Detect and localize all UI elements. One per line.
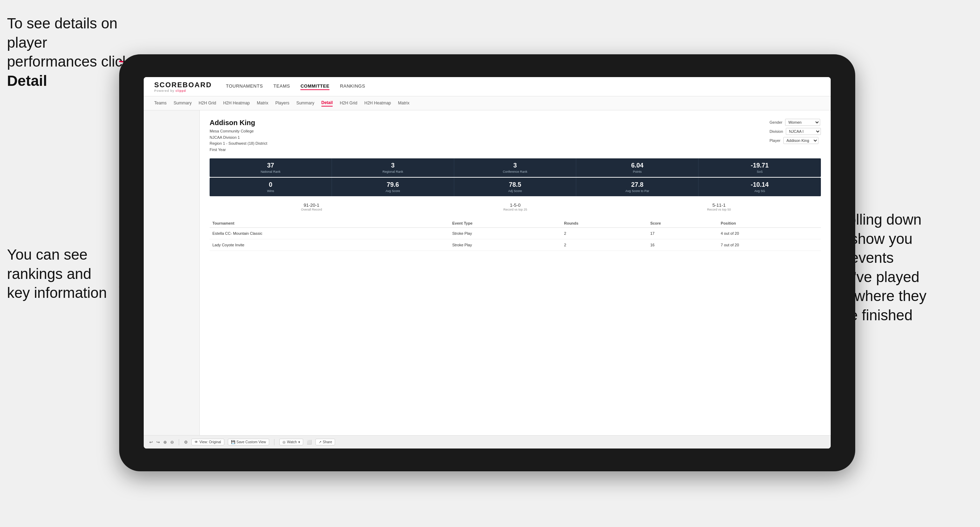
toolbar-separator: [179, 439, 179, 445]
sidebar: [144, 110, 200, 435]
save-custom-button[interactable]: 💾 Save Custom View: [228, 439, 269, 445]
stat-sos: -19.71 SoS: [698, 159, 821, 177]
watch-button[interactable]: ◎ Watch ▾: [279, 439, 303, 445]
col-event-type: Event Type: [449, 219, 561, 228]
subnav-h2h-heatmap2[interactable]: H2H Heatmap: [364, 100, 391, 106]
player-info: Addison King Mesa Community College NJCA…: [210, 119, 267, 153]
stats-row-2: 0 Wins 79.6 Avg Score 78.5 Adj Score 27.…: [210, 178, 821, 196]
tablet-screen: SCOREBOARD Powered by clippd TOURNAMENTS…: [144, 77, 831, 449]
player-controls: Gender Women Men Division NJCAA I NJCAA …: [769, 119, 821, 144]
player-header: Addison King Mesa Community College NJCA…: [210, 119, 821, 153]
subnav-detail[interactable]: Detail: [321, 100, 333, 106]
main-content: Addison King Mesa Community College NJCA…: [200, 110, 831, 435]
subnav-h2h-heatmap[interactable]: H2H Heatmap: [223, 100, 250, 106]
stat-avg-score-value: 79.6: [335, 181, 451, 189]
stat-avg-score: 79.6 Avg Score: [332, 178, 454, 196]
subnav-matrix[interactable]: Matrix: [257, 100, 269, 106]
stat-national-rank: 37 National Rank: [210, 159, 332, 177]
stat-sos-label: SoS: [702, 170, 818, 173]
stat-wins-value: 0: [212, 181, 329, 189]
stat-adj-score-value: 78.5: [457, 181, 573, 189]
player-select[interactable]: Addison King: [783, 137, 818, 144]
stat-wins-label: Wins: [212, 189, 329, 193]
row1-tournament: Estella CC- Mountain Classic: [210, 228, 449, 239]
nav-tournaments[interactable]: TOURNAMENTS: [226, 83, 263, 90]
row1-score: 17: [648, 228, 718, 239]
annotation-bl-3: key information: [7, 284, 107, 301]
division-select[interactable]: NJCAA I NJCAA II: [786, 128, 821, 135]
stat-avg-sg: -10.14 Avg SG: [698, 178, 821, 196]
chevron-down-icon: ▾: [298, 440, 300, 444]
division-control: Division NJCAA I NJCAA II: [769, 128, 821, 135]
subnav-h2h-grid[interactable]: H2H Grid: [199, 100, 216, 106]
stats-row-1: 37 National Rank 3 Regional Rank 3 Confe…: [210, 159, 821, 177]
gender-control: Gender Women Men: [769, 119, 820, 126]
annotation-bottom-left: You can see rankings and key information: [7, 245, 133, 303]
nav-committee[interactable]: COMMITTEE: [301, 83, 329, 90]
player-year: First Year: [210, 147, 267, 153]
undo-icon: ↩: [149, 440, 153, 444]
stat-adj-score-label: Adj Score: [457, 189, 573, 193]
logo-title: SCOREBOARD: [154, 81, 212, 89]
eye-icon: 👁: [194, 440, 198, 444]
gender-select[interactable]: Women Men: [785, 119, 820, 126]
table-header-row: Tournament Event Type Rounds Score Posit…: [210, 219, 821, 228]
annotation-detail-bold: Detail: [7, 73, 47, 89]
record-top25-value: 1-5-0: [415, 203, 616, 208]
row2-event-type: Stroke Play: [449, 239, 561, 251]
record-top50-label: Record vs top 50: [619, 208, 819, 211]
share-button[interactable]: ↗ Share: [315, 439, 336, 445]
subnav-teams[interactable]: Teams: [154, 100, 167, 106]
stat-national-rank-label: National Rank: [212, 170, 329, 173]
row1-event-type: Stroke Play: [449, 228, 561, 239]
toolbar-sep2: [274, 439, 274, 445]
stat-avg-par: 27.8 Avg Score to Par: [576, 178, 698, 196]
view-original-label: View: Original: [199, 440, 221, 444]
content-area: Addison King Mesa Community College NJCA…: [144, 110, 831, 435]
subnav-summary[interactable]: Summary: [173, 100, 191, 106]
share-icon: ↗: [318, 440, 321, 444]
redo-icon: ↪: [156, 440, 160, 444]
subnav-h2h-grid2[interactable]: H2H Grid: [340, 100, 357, 106]
player-control: Player Addison King: [769, 137, 818, 144]
nav-rankings[interactable]: RANKINGS: [340, 83, 365, 90]
player-division: NJCAA Division 1: [210, 135, 267, 141]
logo-area: SCOREBOARD Powered by clippd: [154, 81, 212, 92]
settings-icon: ⚙: [184, 440, 188, 444]
save-icon: 💾: [231, 440, 235, 444]
subnav-players[interactable]: Players: [275, 100, 289, 106]
col-rounds: Rounds: [561, 219, 648, 228]
subnav-matrix2[interactable]: Matrix: [398, 100, 410, 106]
subnav-summary2[interactable]: Summary: [296, 100, 314, 106]
top-nav: SCOREBOARD Powered by clippd TOURNAMENTS…: [144, 77, 831, 96]
tablet-frame: SCOREBOARD Powered by clippd TOURNAMENTS…: [119, 54, 855, 471]
stat-national-rank-value: 37: [212, 162, 329, 169]
annotation-bl-1: You can see: [7, 246, 88, 263]
stat-points: 6.04 Points: [576, 159, 698, 177]
stat-points-value: 6.04: [579, 162, 695, 169]
stat-sos-value: -19.71: [702, 162, 818, 169]
stat-points-label: Points: [579, 170, 695, 173]
save-custom-label: Save Custom View: [237, 440, 266, 444]
row2-score: 16: [648, 239, 718, 251]
screen-icon: ⬜: [307, 440, 312, 444]
main-nav: TOURNAMENTS TEAMS COMMITTEE RANKINGS: [226, 83, 365, 90]
view-original-button[interactable]: 👁 View: Original: [191, 439, 224, 445]
stat-avg-par-label: Avg Score to Par: [579, 189, 695, 193]
stat-wins: 0 Wins: [210, 178, 332, 196]
stat-avg-score-label: Avg Score: [335, 189, 451, 193]
col-tournament: Tournament: [210, 219, 449, 228]
share-label: Share: [323, 440, 332, 444]
zoom-in-icon: ⊕: [163, 440, 167, 444]
player-region: Region 1 - Southwest (18) District: [210, 141, 267, 147]
record-overall-label: Overall Record: [211, 208, 412, 211]
row2-rounds: 2: [561, 239, 648, 251]
stat-avg-par-value: 27.8: [579, 181, 695, 189]
watch-icon: ◎: [283, 440, 286, 444]
table-row: Estella CC- Mountain Classic Stroke Play…: [210, 228, 821, 239]
nav-teams[interactable]: TEAMS: [274, 83, 290, 90]
record-top25: 1-5-0 Record vs top 25: [413, 200, 617, 213]
stat-avg-sg-label: Avg SG: [702, 189, 818, 193]
row1-rounds: 2: [561, 228, 648, 239]
zoom-out-icon: ⊖: [170, 440, 174, 444]
